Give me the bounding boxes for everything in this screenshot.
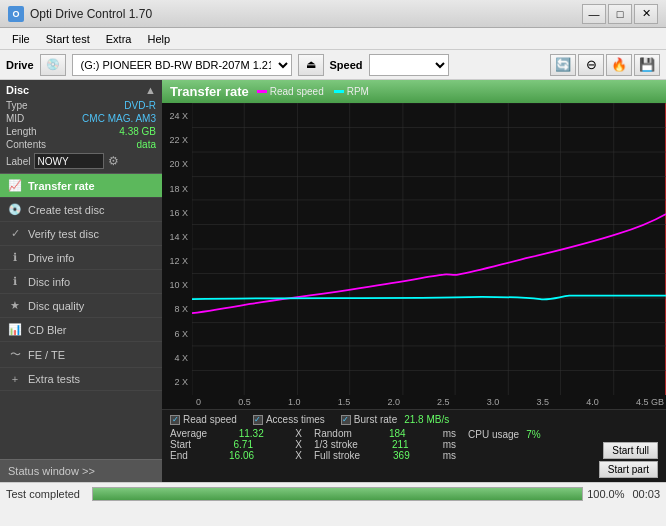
- chart-title: Transfer rate: [170, 84, 249, 99]
- disc-title: Disc: [6, 84, 29, 96]
- drive-select[interactable]: (G:) PIONEER BD-RW BDR-207M 1.21: [72, 54, 292, 76]
- disc-label-label: Label: [6, 156, 30, 167]
- refresh-button[interactable]: 🔄: [550, 54, 576, 76]
- burst-rate-check[interactable]: ✓ Burst rate 21.8 MB/s: [341, 414, 449, 425]
- sidebar-item-disc-quality[interactable]: ★ Disc quality: [0, 294, 162, 318]
- close-button[interactable]: ✕: [634, 4, 658, 24]
- chart-header: Transfer rate Read speed RPM: [162, 80, 666, 103]
- sidebar-item-fe-te[interactable]: 〜 FE / TE: [0, 342, 162, 368]
- drive-bar: Drive 💿 (G:) PIONEER BD-RW BDR-207M 1.21…: [0, 50, 666, 80]
- mid-value: CMC MAG. AM3: [82, 113, 156, 124]
- drive-eject-icon[interactable]: 💿: [40, 54, 66, 76]
- app-icon: O: [8, 6, 24, 22]
- sidebar-item-create-test-disc[interactable]: 💿 Create test disc: [0, 198, 162, 222]
- title-bar: O Opti Drive Control 1.70 — □ ✕: [0, 0, 666, 28]
- speed-select[interactable]: [369, 54, 449, 76]
- chart-svg: [192, 103, 666, 395]
- main-content: Disc ▲ Type DVD-R MID CMC MAG. AM3 Lengt…: [0, 80, 666, 482]
- erase-button[interactable]: ⊖: [578, 54, 604, 76]
- verify-disc-icon: ✓: [8, 227, 22, 240]
- chart-area: Transfer rate Read speed RPM 24 X 22 X: [162, 80, 666, 482]
- status-bar: Test completed 100.0% 00:03: [0, 482, 666, 504]
- stats-data: Average 11.32 X Start 6.71 X End 16.06 X: [170, 428, 658, 478]
- legend-read-speed: Read speed: [257, 86, 324, 97]
- menu-file[interactable]: File: [4, 31, 38, 47]
- drive-label: Drive: [6, 59, 34, 71]
- x-axis-labels: 0 0.5 1.0 1.5 2.0 2.5 3.0 3.5 4.0 4.5 GB: [194, 397, 666, 409]
- burst-rate-value: 21.8 MB/s: [404, 414, 449, 425]
- disc-label-input[interactable]: [34, 153, 104, 169]
- transfer-rate-icon: 📈: [8, 179, 22, 192]
- rpm-color: [334, 90, 344, 93]
- cd-bler-icon: 📊: [8, 323, 22, 336]
- access-times-check[interactable]: ✓ Access times: [253, 414, 325, 425]
- read-speed-color: [257, 90, 267, 93]
- menu-extra[interactable]: Extra: [98, 31, 140, 47]
- start-full-button[interactable]: Start full: [603, 442, 658, 459]
- read-speed-check[interactable]: ✓ Read speed: [170, 414, 237, 425]
- minimize-button[interactable]: —: [582, 4, 606, 24]
- drive-info-icon: ℹ: [8, 251, 22, 264]
- type-value: DVD-R: [124, 100, 156, 111]
- sidebar-item-disc-info[interactable]: ℹ Disc info: [0, 270, 162, 294]
- disc-section: Disc ▲ Type DVD-R MID CMC MAG. AM3 Lengt…: [0, 80, 162, 174]
- y-axis-labels: 24 X 22 X 20 X 18 X 16 X 14 X 12 X 10 X …: [162, 111, 190, 387]
- status-text: Test completed: [6, 488, 88, 500]
- save-button[interactable]: 💾: [634, 54, 660, 76]
- extra-tests-icon: +: [8, 373, 22, 385]
- eject-button[interactable]: ⏏: [298, 54, 324, 76]
- window-title: Opti Drive Control 1.70: [30, 7, 152, 21]
- disc-info-icon: ℹ: [8, 275, 22, 288]
- access-times-checkbox[interactable]: ✓: [253, 415, 263, 425]
- progress-bar-container: [92, 487, 583, 501]
- mid-label: MID: [6, 113, 24, 124]
- stats-right-col: CPU usage 7% Start full Start part: [468, 428, 658, 478]
- status-window-button[interactable]: Status window >>: [0, 459, 162, 482]
- disc-quality-icon: ★: [8, 299, 22, 312]
- sidebar: Disc ▲ Type DVD-R MID CMC MAG. AM3 Lengt…: [0, 80, 162, 482]
- sidebar-item-verify-test-disc[interactable]: ✓ Verify test disc: [0, 222, 162, 246]
- menu-start-test[interactable]: Start test: [38, 31, 98, 47]
- type-label: Type: [6, 100, 28, 111]
- stats-bar: ✓ Read speed ✓ Access times ✓ Burst rate…: [162, 409, 666, 482]
- label-gear-icon[interactable]: ⚙: [108, 154, 119, 168]
- start-part-button[interactable]: Start part: [599, 461, 658, 478]
- fe-te-icon: 〜: [8, 347, 22, 362]
- sidebar-item-cd-bler[interactable]: 📊 CD Bler: [0, 318, 162, 342]
- progress-percent: 100.0%: [587, 488, 624, 500]
- progress-bar-fill: [93, 488, 582, 500]
- menu-bar: File Start test Extra Help: [0, 28, 666, 50]
- contents-label: Contents: [6, 139, 46, 150]
- create-disc-icon: 💿: [8, 203, 22, 216]
- length-label: Length: [6, 126, 37, 137]
- sidebar-item-extra-tests[interactable]: + Extra tests: [0, 368, 162, 391]
- legend-rpm: RPM: [334, 86, 369, 97]
- stats-mid-col: Random 184 ms 1/3 stroke 211 ms Full str…: [314, 428, 464, 478]
- burst-rate-checkbox[interactable]: ✓: [341, 415, 351, 425]
- stats-left-col: Average 11.32 X Start 6.71 X End 16.06 X: [170, 428, 310, 478]
- length-value: 4.38 GB: [119, 126, 156, 137]
- speed-label: Speed: [330, 59, 363, 71]
- menu-help[interactable]: Help: [139, 31, 178, 47]
- contents-value: data: [137, 139, 156, 150]
- maximize-button[interactable]: □: [608, 4, 632, 24]
- disc-expand-icon[interactable]: ▲: [145, 84, 156, 96]
- burn-button[interactable]: 🔥: [606, 54, 632, 76]
- stats-checkboxes: ✓ Read speed ✓ Access times ✓ Burst rate…: [170, 414, 658, 425]
- chart-legend: Read speed RPM: [257, 86, 369, 97]
- sidebar-item-drive-info[interactable]: ℹ Drive info: [0, 246, 162, 270]
- status-time: 00:03: [632, 488, 660, 500]
- sidebar-item-transfer-rate[interactable]: 📈 Transfer rate: [0, 174, 162, 198]
- read-speed-checkbox[interactable]: ✓: [170, 415, 180, 425]
